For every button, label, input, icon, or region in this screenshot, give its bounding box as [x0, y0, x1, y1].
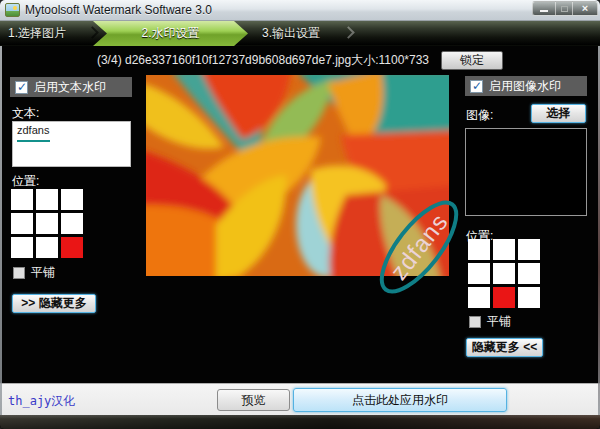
text-tile-row: 平铺 — [13, 264, 55, 281]
position-cell[interactable] — [36, 213, 58, 234]
enable-text-watermark-checkbox[interactable] — [15, 81, 28, 94]
image-watermark-header: 启用图像水印 — [465, 76, 587, 96]
position-cell[interactable] — [493, 263, 515, 284]
enable-text-watermark-label: 启用文本水印 — [34, 79, 106, 96]
position-cell[interactable] — [11, 213, 33, 234]
text-tile-label: 平铺 — [31, 264, 55, 281]
preview-image: zdfans — [146, 75, 449, 290]
footer-bar: th_ajy汉化 预览 点击此处应用水印 — [0, 383, 600, 415]
window-title: Mytoolsoft Watermark Software 3.0 — [25, 3, 212, 17]
position-label: 位置: — [12, 173, 39, 190]
preview-photo-canvas: zdfans — [146, 75, 449, 290]
watermark-text-value: zdfans — [17, 124, 49, 136]
enable-image-watermark-checkbox[interactable] — [470, 80, 483, 93]
position-cell[interactable] — [61, 237, 83, 258]
position-cell[interactable] — [36, 189, 58, 210]
watermark-text-input[interactable]: zdfans — [12, 121, 131, 167]
apply-watermark-button[interactable]: 点击此处应用水印 — [293, 388, 507, 412]
select-image-button[interactable]: 选择 — [531, 104, 586, 123]
chevron-right-icon — [86, 26, 99, 39]
position-cell[interactable] — [518, 287, 540, 308]
window-border-left — [0, 46, 2, 415]
enable-image-watermark-label: 启用图像水印 — [489, 78, 561, 95]
image-tile-checkbox[interactable] — [469, 316, 481, 328]
close-button[interactable]: × — [572, 1, 598, 16]
position-cell[interactable] — [468, 239, 490, 260]
text-label: 文本: — [12, 105, 39, 122]
chevron-right-icon — [342, 26, 355, 39]
minimize-icon — [540, 10, 548, 12]
title-bar: Mytoolsoft Watermark Software 3.0 × — [0, 0, 600, 21]
image-preview-box — [465, 128, 587, 216]
position-cell[interactable] — [493, 287, 515, 308]
position-cell[interactable] — [518, 263, 540, 284]
text-watermark-header: 启用文本水印 — [10, 77, 132, 97]
position-cell[interactable] — [468, 263, 490, 284]
info-bar: (3/4) d26e337160f10f12737d9b608d697de7.j… — [0, 49, 600, 71]
text-hide-more-button[interactable]: >> 隐藏更多 — [12, 294, 96, 313]
window-controls: × — [533, 1, 598, 16]
lock-button[interactable]: 锁定 — [441, 51, 503, 70]
maximize-button[interactable] — [555, 1, 573, 16]
position-cell[interactable] — [36, 237, 58, 258]
position-cell[interactable] — [468, 287, 490, 308]
window-border-bottom — [0, 415, 600, 429]
maximize-icon — [561, 6, 568, 12]
wizard-tab-bar: 1.选择图片 2.水印设置 3.输出设置 — [0, 21, 600, 46]
position-cell[interactable] — [11, 237, 33, 258]
input-underline — [17, 140, 50, 142]
tab-select-images[interactable]: 1.选择图片 — [8, 21, 66, 46]
close-icon: × — [582, 3, 588, 14]
credit-link[interactable]: th_ajy汉化 — [8, 393, 75, 410]
position-cell[interactable] — [11, 189, 33, 210]
image-info-text: (3/4) d26e337160f10f12737d9b608d697de7.j… — [97, 52, 429, 69]
main-content: (3/4) d26e337160f10f12737d9b608d697de7.j… — [0, 46, 600, 383]
text-tile-checkbox[interactable] — [13, 267, 25, 279]
position-cell[interactable] — [518, 239, 540, 260]
image-hide-more-button[interactable]: 隐藏更多 << — [466, 338, 543, 357]
app-window: Mytoolsoft Watermark Software 3.0 × 1.选择… — [0, 0, 600, 429]
image-position-grid — [468, 239, 540, 308]
position-cell[interactable] — [61, 213, 83, 234]
app-icon — [5, 3, 20, 17]
position-cell[interactable] — [493, 239, 515, 260]
tab-output-settings[interactable]: 3.输出设置 — [262, 21, 320, 46]
image-tile-row: 平铺 — [469, 313, 511, 330]
image-tile-label: 平铺 — [487, 313, 511, 330]
position-cell[interactable] — [61, 189, 83, 210]
preview-button[interactable]: 预览 — [217, 389, 290, 411]
tab-watermark-settings[interactable]: 2.水印设置 — [93, 21, 248, 46]
image-label: 图像: — [466, 107, 493, 124]
minimize-button[interactable] — [532, 1, 556, 16]
text-position-grid — [11, 189, 83, 258]
